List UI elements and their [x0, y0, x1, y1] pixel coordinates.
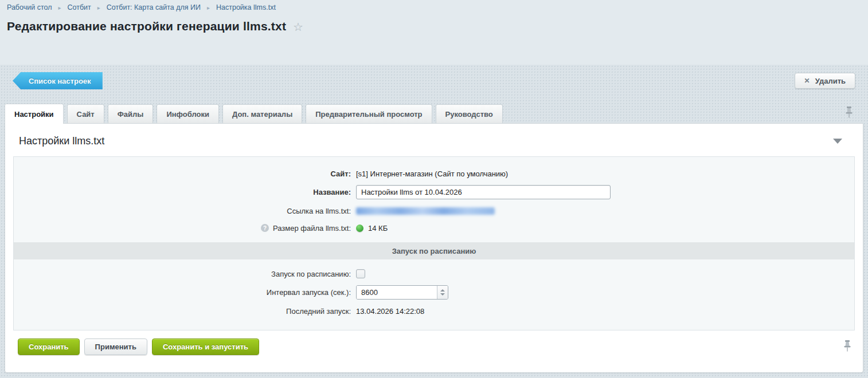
tab-additional-materials[interactable]: Доп. материалы	[222, 104, 302, 123]
delete-button[interactable]: ✕ Удалить	[795, 73, 855, 89]
name-input[interactable]	[356, 185, 611, 199]
page-title: Редактирование настройки генерации llms.…	[7, 19, 286, 33]
delete-button-label: Удалить	[815, 77, 846, 85]
settings-panel: Настройки llms.txt Сайт: [s1] Интернет-м…	[5, 123, 863, 373]
help-icon[interactable]: ?	[261, 224, 269, 232]
tab-settings[interactable]: Настройки	[5, 104, 64, 124]
form-footer: Сохранить Применить Сохранить и запустит…	[5, 330, 863, 363]
name-label: Название:	[14, 188, 351, 196]
context-toolbar: Список настроек ✕ Удалить	[5, 72, 863, 90]
name-row: Название:	[14, 182, 854, 202]
last-run-label: Последний запуск:	[14, 307, 351, 316]
top-header: Рабочий стол ▸ Сотбит ▸ Сотбит: Карта са…	[0, 0, 868, 65]
link-label: Ссылка на llms.txt:	[14, 207, 351, 215]
breadcrumb-link-sotbit[interactable]: Сотбит	[68, 3, 91, 11]
tab-manual[interactable]: Руководство	[436, 104, 503, 123]
breadcrumb-separator-icon: ▸	[97, 5, 100, 11]
interval-input[interactable]	[357, 286, 437, 299]
panel-header: Настройки llms.txt	[5, 124, 863, 156]
status-lamp-icon	[356, 225, 363, 232]
pin-icon-top[interactable]	[845, 106, 853, 121]
settings-list-button[interactable]: Список настроек	[13, 72, 103, 89]
site-row: Сайт: [s1] Интернет-магазин (Сайт по умо…	[14, 165, 854, 182]
save-and-run-button[interactable]: Сохранить и запустить	[152, 338, 259, 355]
breadcrumb-link-llms-setting[interactable]: Настройка llms.txt	[216, 3, 276, 11]
stepper-up-icon[interactable]	[440, 289, 445, 292]
interval-row: Интервал запуска (сек.):	[14, 282, 854, 302]
save-button[interactable]: Сохранить	[18, 338, 80, 355]
site-value: [s1] Интернет-магазин (Сайт по умолчанию…	[356, 170, 508, 178]
settings-form: Сайт: [s1] Интернет-магазин (Сайт по умо…	[13, 156, 855, 330]
tab-infoblocks[interactable]: Инфоблоки	[157, 104, 219, 123]
tab-preview[interactable]: Предварительный просмотр	[306, 104, 432, 123]
tab-files[interactable]: Файлы	[108, 104, 154, 123]
apply-button[interactable]: Применить	[84, 338, 147, 355]
close-icon: ✕	[804, 77, 810, 85]
breadcrumb: Рабочий стол ▸ Сотбит ▸ Сотбит: Карта са…	[7, 3, 861, 11]
size-value: 14 КБ	[368, 224, 388, 233]
size-row: ? Размер файла llms.txt: 14 КБ	[14, 219, 854, 237]
pin-icon-bottom[interactable]	[843, 340, 851, 355]
breadcrumb-link-sitemap-ai[interactable]: Сотбит: Карта сайта для ИИ	[107, 3, 201, 11]
last-run-value: 13.04.2026 14:22:08	[356, 307, 424, 316]
llms-file-link[interactable]	[356, 207, 495, 215]
favorite-star-icon[interactable]: ☆	[293, 20, 303, 34]
number-stepper[interactable]	[437, 286, 448, 299]
collapse-chevron-icon[interactable]	[833, 139, 842, 144]
link-row: Ссылка на llms.txt:	[14, 202, 854, 219]
schedule-label: Запуск по расписанию:	[14, 270, 351, 278]
breadcrumb-link-desktop[interactable]: Рабочий стол	[7, 3, 52, 11]
breadcrumb-separator-icon: ▸	[207, 5, 210, 11]
schedule-section-header: Запуск по расписанию	[14, 242, 854, 259]
tab-site[interactable]: Сайт	[67, 104, 104, 123]
form-section-title: Настройки llms.txt	[19, 135, 104, 147]
schedule-checkbox[interactable]	[356, 269, 365, 278]
last-run-row: Последний запуск: 13.04.2026 14:22:08	[14, 302, 854, 320]
tabs-bar: Настройки Сайт Файлы Инфоблоки Доп. мате…	[5, 103, 863, 123]
stepper-down-icon[interactable]	[440, 293, 445, 296]
breadcrumb-separator-icon: ▸	[58, 5, 61, 11]
size-label: Размер файла llms.txt:	[273, 224, 351, 233]
work-area: Список настроек ✕ Удалить Настройки Сайт…	[0, 65, 868, 378]
interval-label: Интервал запуска (сек.):	[14, 288, 351, 297]
schedule-row: Запуск по расписанию:	[14, 265, 854, 282]
site-label: Сайт:	[14, 170, 351, 178]
